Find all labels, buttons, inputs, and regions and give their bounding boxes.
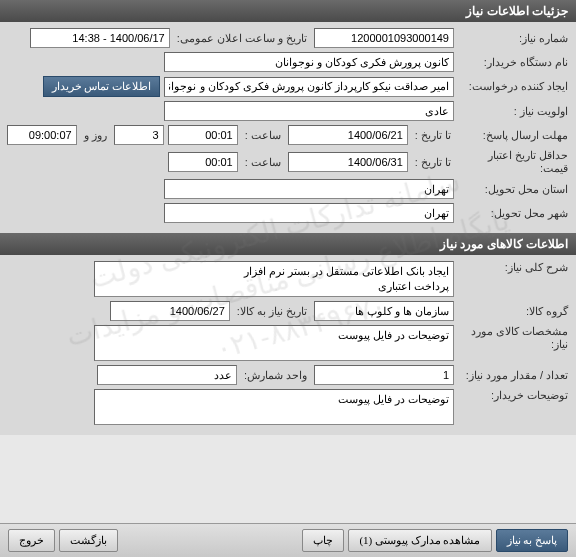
attachments-button[interactable]: مشاهده مدارک پیوستی (1) [348, 529, 491, 552]
priority-label: اولویت نیاز : [458, 105, 568, 118]
response-date-field[interactable] [288, 125, 408, 145]
delivery-province-label: استان محل تحویل: [458, 183, 568, 196]
buyer-notes-label: توضیحات خریدار: [458, 389, 568, 402]
goods-spec-label: مشخصات کالای مورد نیاز: [458, 325, 568, 351]
to-date-label-1: تا تاریخ : [412, 129, 454, 142]
priority-field[interactable] [164, 101, 454, 121]
delivery-city-field[interactable] [164, 203, 454, 223]
general-desc-label: شرح کلی نیاز: [458, 261, 568, 274]
goods-info-form: شرح کلی نیاز: گروه کالا: تاریخ نیاز به ک… [0, 255, 576, 435]
requester-field[interactable] [164, 77, 454, 97]
bottom-toolbar: پاسخ به نیاز مشاهده مدارک پیوستی (1) چاپ… [0, 523, 576, 557]
goods-spec-field[interactable] [94, 325, 454, 361]
need-number-field[interactable] [314, 28, 454, 48]
announce-datetime-field[interactable] [30, 28, 170, 48]
to-date-label-2: تا تاریخ : [412, 156, 454, 169]
time-label-1: ساعت : [242, 129, 284, 142]
unit-label: واحد شمارش: [241, 369, 310, 382]
time-label-2: ساعت : [242, 156, 284, 169]
qty-label: تعداد / مقدار مورد نیاز: [458, 369, 568, 382]
delivery-city-label: شهر محل تحویل: [458, 207, 568, 220]
buyer-org-label: نام دستگاه خریدار: [458, 56, 568, 69]
remaining-days-field[interactable] [114, 125, 164, 145]
response-deadline-label: مهلت ارسال پاسخ: [458, 129, 568, 142]
validity-time-field[interactable] [168, 152, 238, 172]
exit-button[interactable]: خروج [8, 529, 55, 552]
days-and-label: روز و [81, 129, 110, 142]
need-number-label: شماره نیاز: [458, 32, 568, 45]
unit-field[interactable] [97, 365, 237, 385]
announce-datetime-label: تاریخ و ساعت اعلان عمومی: [174, 32, 310, 45]
goods-info-header: اطلاعات کالاهای مورد نیاز [0, 233, 576, 255]
response-time-field[interactable] [168, 125, 238, 145]
need-to-goods-date-label: تاریخ نیاز به کالا: [234, 305, 310, 318]
need-info-form: شماره نیاز: تاریخ و ساعت اعلان عمومی: نا… [0, 22, 576, 233]
requester-label: ایجاد کننده درخواست: [458, 80, 568, 93]
delivery-province-field[interactable] [164, 179, 454, 199]
hours-remaining-label: ساعت باقی مانده [0, 129, 3, 142]
buyer-notes-field[interactable] [94, 389, 454, 425]
min-validity-label: حداقل تاریخ اعتبار قیمت: [458, 149, 568, 175]
goods-group-field[interactable] [314, 301, 454, 321]
print-button[interactable]: چاپ [302, 529, 344, 552]
need-info-header: جزئیات اطلاعات نیاز [0, 0, 576, 22]
contact-buyer-button[interactable]: اطلاعات تماس خریدار [43, 76, 161, 97]
validity-date-field[interactable] [288, 152, 408, 172]
goods-group-label: گروه کالا: [458, 305, 568, 318]
need-to-goods-date-field[interactable] [110, 301, 230, 321]
buyer-org-field[interactable] [164, 52, 454, 72]
remaining-hours-field[interactable] [7, 125, 77, 145]
qty-field[interactable] [314, 365, 454, 385]
general-desc-field[interactable] [94, 261, 454, 297]
respond-button[interactable]: پاسخ به نیاز [496, 529, 569, 552]
back-button[interactable]: بازگشت [59, 529, 118, 552]
